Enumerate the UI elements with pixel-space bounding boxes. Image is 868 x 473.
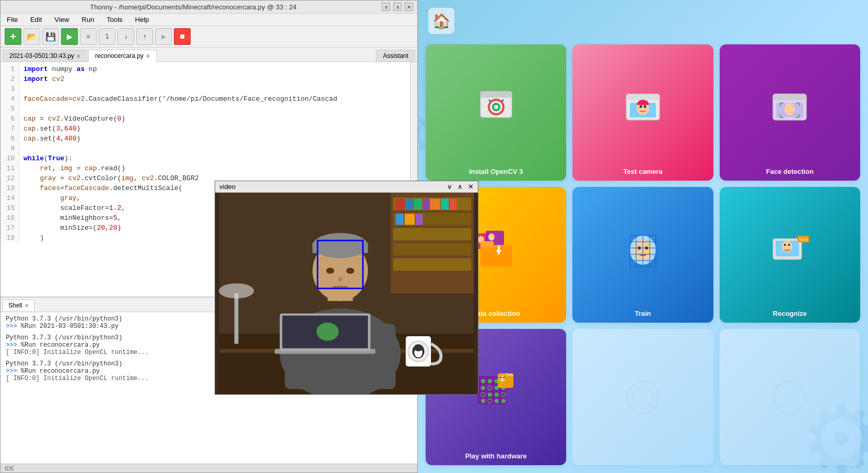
svg-point-97 xyxy=(488,393,492,397)
svg-rect-62 xyxy=(480,241,494,247)
thonny-menubar: File Edit View Run Tools Help xyxy=(1,14,417,26)
menu-run[interactable]: Run xyxy=(79,15,96,24)
video-content xyxy=(215,193,478,394)
svg-rect-12 xyxy=(430,199,440,210)
thonny-toolbar: + 📂 💾 ▶ ≡ ⤵ ↓ ↑ ▶ ■ xyxy=(1,26,417,48)
app-recognize[interactable]: Tony Recognize xyxy=(720,187,860,323)
app-install-opencv[interactable]: Install OpenCV 3 xyxy=(426,44,566,181)
svg-text:Tony: Tony xyxy=(799,237,808,242)
menu-edit[interactable]: Edit xyxy=(28,15,44,24)
svg-rect-54 xyxy=(773,94,806,100)
menu-file[interactable]: File xyxy=(5,15,20,24)
svg-rect-7 xyxy=(393,258,472,270)
svg-rect-14 xyxy=(450,199,457,210)
code-line-10: 10while(True): xyxy=(1,153,410,163)
app-label-train: Train xyxy=(635,310,651,317)
code-line-9: 9 xyxy=(1,144,410,153)
thonny-titlebar: Thonny - /home/pi/Documents/Minecraft/re… xyxy=(1,1,417,14)
step-over-button[interactable]: ⤵ xyxy=(99,28,115,45)
svg-point-89 xyxy=(488,379,492,383)
svg-point-28 xyxy=(338,277,343,282)
minimize-button[interactable]: ∨ xyxy=(382,3,390,11)
code-line-6: 6cap = cv2.VideoCapture(0) xyxy=(1,114,410,124)
app-label-test-camera: Test camera xyxy=(624,168,663,175)
svg-point-27 xyxy=(346,268,354,274)
svg-point-88 xyxy=(481,379,485,383)
tab-file2[interactable]: reconocercara.py ✕ xyxy=(88,50,157,62)
video-close-button[interactable]: ✕ xyxy=(468,183,474,191)
shell-tab-close[interactable]: ✕ xyxy=(25,303,29,309)
app-icon-train xyxy=(577,192,709,307)
svg-point-105 xyxy=(500,375,505,382)
save-file-button[interactable]: 💾 xyxy=(42,28,59,45)
video-window-controls: ∨ ∧ ✕ xyxy=(447,183,474,191)
tab-assistant[interactable]: Assistant xyxy=(376,50,415,62)
menu-tools[interactable]: Tools xyxy=(104,15,124,24)
app-test-camera[interactable]: Test camera xyxy=(572,44,713,181)
app-label-recognize: Recognize xyxy=(773,310,807,317)
svg-point-110 xyxy=(632,387,653,408)
resume-button[interactable]: ▶ xyxy=(155,28,172,45)
stop-button[interactable]: ■ xyxy=(174,28,191,45)
svg-point-39 xyxy=(414,344,422,351)
train-icon xyxy=(622,228,664,270)
tab-close-2[interactable]: ✕ xyxy=(146,53,150,59)
app-train[interactable]: Train xyxy=(572,187,713,323)
svg-rect-6 xyxy=(393,243,472,256)
code-line-11: 11 ret, img = cap.read() xyxy=(1,163,410,173)
apps-grid: Install OpenCV 3 Test cam xyxy=(423,42,863,468)
tab-close-1[interactable]: ✕ xyxy=(76,53,80,59)
video-frame xyxy=(215,193,478,394)
app-label-play-hardware: Play with hardware xyxy=(465,452,527,460)
thonny-window: Thonny - /home/pi/Documents/Minecraft/re… xyxy=(0,0,418,473)
app-label-face-detection: Face detection xyxy=(766,168,814,175)
video-maximize-button[interactable]: ∧ xyxy=(458,183,463,191)
new-file-button[interactable]: + xyxy=(5,28,21,45)
svg-point-111 xyxy=(774,382,805,413)
svg-point-60 xyxy=(488,233,495,241)
step-into-button[interactable]: ↓ xyxy=(118,28,134,45)
svg-rect-11 xyxy=(423,199,429,210)
launcher-header: 🏠 xyxy=(423,5,863,37)
app-placeholder-2 xyxy=(720,329,860,465)
tab-file1[interactable]: 2021-03-0501:30:43.py ✕ xyxy=(3,50,87,62)
recognize-icon: Tony xyxy=(769,228,811,270)
home-icon[interactable]: 🏠 xyxy=(428,8,454,34)
app-icon-test-camera xyxy=(577,50,709,164)
maximize-button[interactable]: ∧ xyxy=(393,3,402,11)
app-icon-install-opencv xyxy=(430,50,562,164)
svg-rect-15 xyxy=(396,214,404,225)
step-out-button[interactable]: ↑ xyxy=(136,28,153,45)
open-file-button[interactable]: 📂 xyxy=(24,28,40,45)
video-minimize-button[interactable]: ∨ xyxy=(447,183,452,191)
svg-point-103 xyxy=(501,399,506,403)
svg-point-98 xyxy=(495,393,499,397)
svg-rect-44 xyxy=(480,91,512,98)
ide-bar: IDE xyxy=(1,464,417,472)
svg-rect-16 xyxy=(405,214,415,225)
svg-point-83 xyxy=(784,244,786,246)
shell-tab[interactable]: Shell ✕ xyxy=(3,300,34,311)
close-button[interactable]: ✕ xyxy=(405,3,413,11)
svg-rect-25 xyxy=(312,243,368,253)
launcher-panel: ⚙ ⚙ 🏠 Install OpenCV 3 xyxy=(418,0,868,473)
svg-point-107 xyxy=(503,377,505,379)
svg-point-26 xyxy=(326,268,334,274)
code-line-3: 3 xyxy=(1,84,410,94)
placeholder-icon-1 xyxy=(622,376,664,418)
app-icon-placeholder-2 xyxy=(724,334,856,460)
svg-rect-64 xyxy=(498,246,500,252)
video-window: video ∨ ∧ ✕ xyxy=(215,181,478,395)
video-titlebar: video ∨ ∧ ✕ xyxy=(215,181,478,193)
svg-rect-29 xyxy=(333,286,348,288)
app-icon-placeholder-1 xyxy=(577,334,709,460)
app-placeholder-1 xyxy=(572,329,713,465)
debug-button[interactable]: ≡ xyxy=(80,28,97,45)
menu-view[interactable]: View xyxy=(52,15,71,24)
svg-point-51 xyxy=(639,105,642,108)
app-face-detection[interactable]: Face detection xyxy=(720,44,860,181)
run-button[interactable]: ▶ xyxy=(61,28,78,45)
menu-help[interactable]: Help xyxy=(133,15,151,24)
svg-point-56 xyxy=(784,103,795,115)
svg-rect-48 xyxy=(626,94,660,100)
